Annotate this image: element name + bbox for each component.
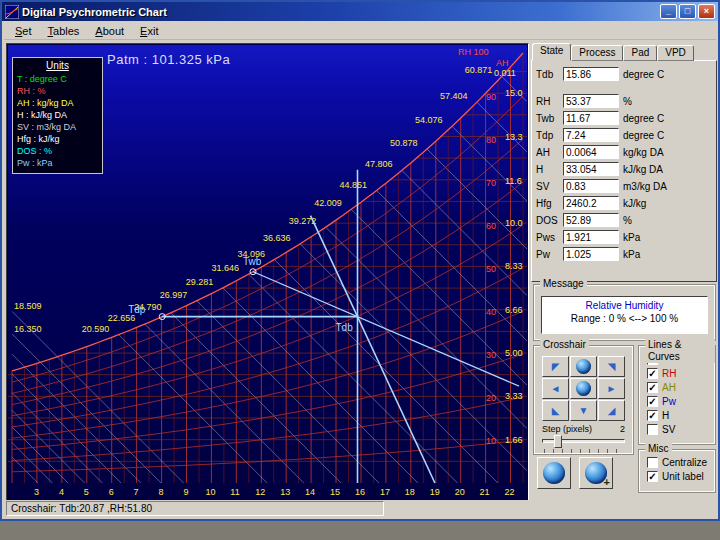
menu-item-about[interactable]: About [88,24,131,38]
state-field-row: Tdpdegree C [536,128,716,142]
checkbox-unit-label[interactable]: ✓ [647,471,658,482]
svg-text:19: 19 [430,487,440,497]
state-field-row: HfgkJ/kg [536,196,716,210]
check-row-ah[interactable]: ✓AH [647,382,715,393]
legend-row: T : degree C [17,73,98,85]
svg-text:Tdp: Tdp [128,304,146,315]
field-input-tdb[interactable] [563,67,619,81]
svg-text:4: 4 [59,487,64,497]
lines-curves-group: Lines & Curves ✓T✓RH✓AH✓Pw✓HSV [638,345,716,445]
svg-text:36.636: 36.636 [263,233,291,243]
field-input-pw[interactable] [563,247,619,261]
svg-text:13.3: 13.3 [505,132,523,142]
title-bar[interactable]: Digital Psychrometric Chart _ □ × [2,2,718,21]
arrow-left-button[interactable]: ◄ [542,378,569,399]
tab-vpd[interactable]: VPD [657,45,694,61]
check-row-sv[interactable]: SV [647,424,715,435]
app-icon [5,5,19,19]
maximize-button[interactable]: □ [679,4,696,19]
menu-item-exit[interactable]: Exit [133,24,165,38]
minimize-button[interactable]: _ [660,4,677,19]
checkbox-pw[interactable]: ✓ [647,396,658,407]
svg-text:10.0: 10.0 [505,218,523,228]
field-unit: degree C [623,113,664,124]
message-group: Message Relative Humidity Range : 0 % <-… [533,284,716,341]
svg-text:15.0: 15.0 [505,88,523,98]
svg-text:5.00: 5.00 [505,348,523,358]
globe-button[interactable] [570,378,597,399]
step-slider[interactable] [542,435,625,453]
tab-process[interactable]: Process [571,45,623,61]
field-label: Tdb [536,69,563,80]
svg-text:60.871: 60.871 [465,65,493,75]
arrow-down-right-button[interactable]: ◢ [598,400,625,421]
globe-button[interactable] [570,356,597,377]
svg-text:8.33: 8.33 [505,261,523,271]
globe-button-2[interactable]: + [579,457,613,489]
menu-item-set[interactable]: Set [8,24,39,38]
check-row-h[interactable]: ✓H [647,410,715,421]
field-unit: degree C [623,69,664,80]
check-row-centralize[interactable]: Centralize [647,457,715,468]
field-input-h[interactable] [563,162,619,176]
field-input-hfg[interactable] [563,196,619,210]
svg-text:11.6: 11.6 [505,176,522,186]
message-line2: Range : 0 % <--> 100 % [542,313,707,324]
checkbox-rh[interactable]: ✓ [647,368,658,379]
svg-text:Tdb: Tdb [336,322,354,333]
checkbox-centralize[interactable] [647,457,658,468]
field-unit: % [623,96,632,107]
svg-text:50.878: 50.878 [390,138,418,148]
svg-text:17: 17 [380,487,390,497]
check-row-rh[interactable]: ✓RH [647,368,715,379]
message-line1: Relative Humidity [542,300,707,311]
svg-text:44.851: 44.851 [340,180,368,190]
arrow-right-button[interactable]: ► [598,378,625,399]
tab-state[interactable]: State [532,43,571,61]
plus-icon: + [604,476,610,488]
step-row: Step (pixels) 2 [534,421,633,434]
legend-row: H : kJ/kg DA [17,109,98,121]
arrow-up-right-button[interactable]: ◥ [598,356,625,377]
arrow-up-left-button[interactable]: ◤ [542,356,569,377]
arrow-down-left-button[interactable]: ◣ [542,400,569,421]
check-row-pw[interactable]: ✓Pw [647,396,715,407]
svg-text:42.009: 42.009 [314,198,342,208]
checkbox-h[interactable]: ✓ [647,410,658,421]
svg-text:20.590: 20.590 [82,324,110,334]
check-row-unit-label[interactable]: ✓Unit label [647,471,715,482]
tab-pad[interactable]: Pad [623,45,657,61]
field-input-rh[interactable] [563,94,619,108]
svg-text:3.33: 3.33 [505,391,523,401]
tab-strip: StateProcessPadVPD [532,43,694,61]
globe-button-1[interactable] [537,457,571,489]
menu-item-tables[interactable]: Tables [41,24,87,38]
slider-ticks [544,449,623,453]
field-label: H [536,164,563,175]
menu-bar: SetTablesAboutExit [4,23,716,40]
zoom-buttons: + [537,457,613,489]
misc-group: Misc Centralize✓Unit label [638,449,716,493]
field-input-dos[interactable] [563,213,619,227]
svg-text:16.350: 16.350 [14,324,42,334]
state-field-row: HkJ/kg DA [536,162,716,176]
lines-curves-group-label: Lines & Curves [645,339,715,363]
field-input-tdp[interactable] [563,128,619,142]
field-input-sv[interactable] [563,179,619,193]
close-button[interactable]: × [698,4,715,19]
check-label: Centralize [662,457,707,468]
chart-panel: 60.87157.40454.07650.87847.80644.85142.0… [6,43,529,503]
message-box: Relative Humidity Range : 0 % <--> 100 % [541,296,708,334]
field-input-twb[interactable] [563,111,619,125]
svg-text:31.646: 31.646 [212,263,240,273]
svg-text:RH 100: RH 100 [458,47,489,57]
svg-text:18: 18 [405,487,415,497]
check-label: Pw [662,396,676,407]
field-input-pws[interactable] [563,230,619,244]
checkbox-ah[interactable]: ✓ [647,382,658,393]
slider-thumb[interactable] [554,435,562,448]
checkbox-sv[interactable] [647,424,658,435]
field-input-ah[interactable] [563,145,619,159]
arrow-down-button[interactable]: ▼ [570,400,597,421]
globe-icon [576,381,591,396]
